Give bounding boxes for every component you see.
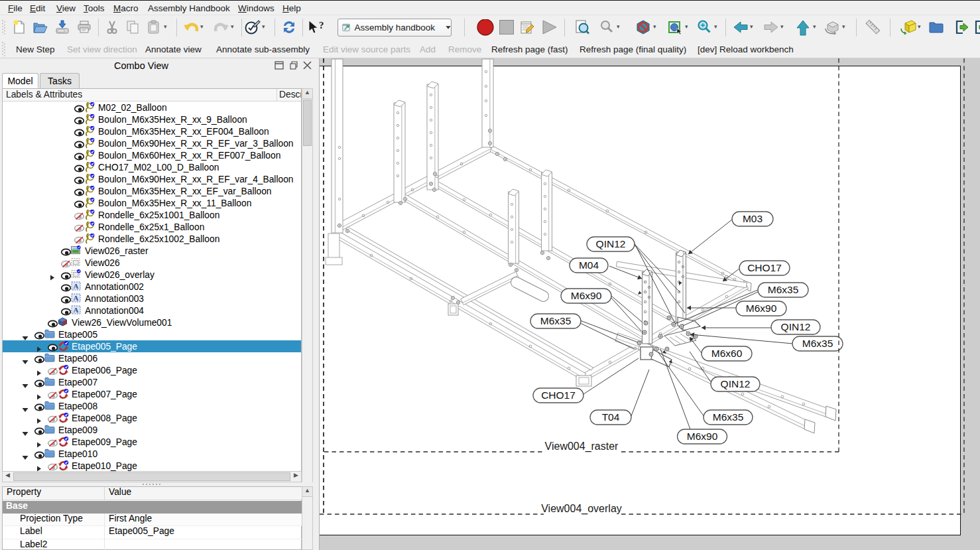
svg-text:CHO17: CHO17 <box>541 389 576 401</box>
svg-text:M6x35: M6x35 <box>802 338 833 349</box>
svg-text:M6x90: M6x90 <box>687 431 718 442</box>
svg-text:QIN12: QIN12 <box>721 378 751 389</box>
svg-text:CHO17: CHO17 <box>747 262 782 273</box>
svg-text:QIN12: QIN12 <box>596 238 626 249</box>
svg-text:A: A <box>74 294 79 302</box>
svg-text:M03: M03 <box>743 213 763 224</box>
svg-text:A: A <box>74 306 79 314</box>
svg-text:M6x90: M6x90 <box>746 303 777 314</box>
svg-text:M6x35: M6x35 <box>768 284 799 295</box>
svg-text:A: A <box>74 282 79 290</box>
svg-text:View004_raster: View004_raster <box>545 441 619 452</box>
svg-text:M6x60: M6x60 <box>711 348 743 359</box>
svg-text:T04: T04 <box>602 411 620 423</box>
svg-text:M6x35: M6x35 <box>713 411 744 423</box>
svg-text:M6x35: M6x35 <box>540 315 572 326</box>
svg-text:M6x90: M6x90 <box>571 290 602 301</box>
svg-text:View004_overlay: View004_overlay <box>541 503 622 515</box>
svg-text:?: ? <box>319 20 324 31</box>
svg-text:QIN12: QIN12 <box>781 321 811 332</box>
svg-text:M04: M04 <box>579 259 599 271</box>
